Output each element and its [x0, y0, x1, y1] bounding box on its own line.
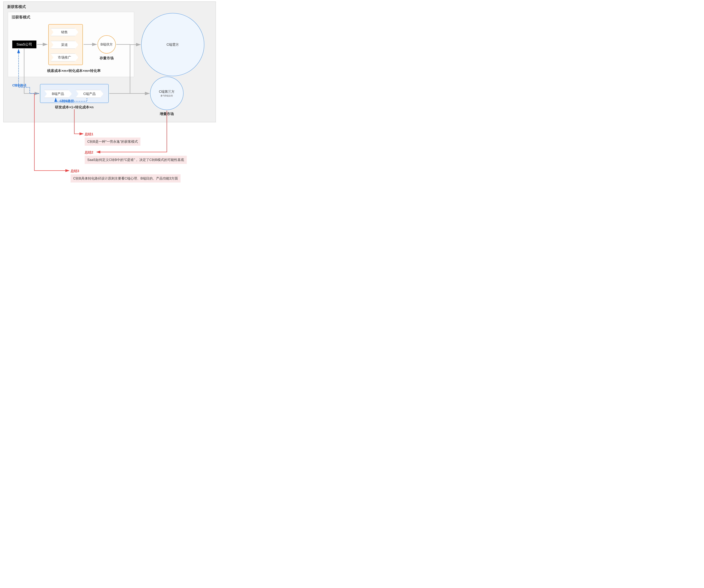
c-third-circle: C端第三方 参与B端业务 — [150, 76, 183, 110]
saas-company-box: SaaS公司 — [12, 41, 37, 48]
c-demand-label: C端需方 — [167, 42, 179, 47]
saas-label: SaaS公司 — [16, 42, 32, 47]
channel-item-marketing: 市场推广 — [51, 54, 78, 61]
c-demand-circle: C端需方 — [141, 13, 204, 76]
b-supply-circle: B端供方 — [98, 35, 116, 54]
b-supply-label: B端供方 — [101, 42, 113, 47]
c2b-path-label-2: C转B路径 — [60, 99, 74, 103]
inner-title: 旧获客模式 — [12, 15, 30, 20]
old-formula: 线索成本×m+转化成本×m×转化率 — [35, 68, 113, 73]
outer-title: 新获客模式 — [7, 4, 26, 9]
summary-1-text: C转B是一种"一劳永逸"的获客模式 — [85, 138, 140, 146]
channel-box: 销售 渠道 市场推广 — [48, 24, 83, 65]
summary-1-label: 总结1 — [85, 132, 93, 137]
product-box: B端产品 C端产品 — [40, 84, 109, 103]
new-formula: 研发成本×1+转化成本×n — [47, 105, 102, 110]
product-b: B端产品 — [44, 90, 72, 98]
channel-item-channel: 渠道 — [51, 41, 78, 49]
c2b-path-label-1: C转B路径 — [12, 83, 26, 88]
c-third-caption: 增量市场 — [157, 111, 177, 116]
c-third-sub: 参与B端业务 — [161, 94, 173, 97]
summary-2-label: 总结2 — [85, 150, 93, 155]
summary-2-text: SaaS如何定义C转B中的"C是谁"， 决定了C转B模式的可能性基底 — [85, 156, 187, 164]
c-third-label: C端第三方 — [159, 89, 175, 94]
summary-3-text: C转B具体转化路径设计原则主要看C端心理、B端目的、产品功能3方面 — [71, 174, 181, 182]
product-c: C端产品 — [76, 90, 104, 98]
b-supply-caption: 存量市场 — [97, 56, 116, 61]
channel-item-sales: 销售 — [51, 28, 78, 36]
summary-3-label: 总结3 — [71, 169, 79, 173]
